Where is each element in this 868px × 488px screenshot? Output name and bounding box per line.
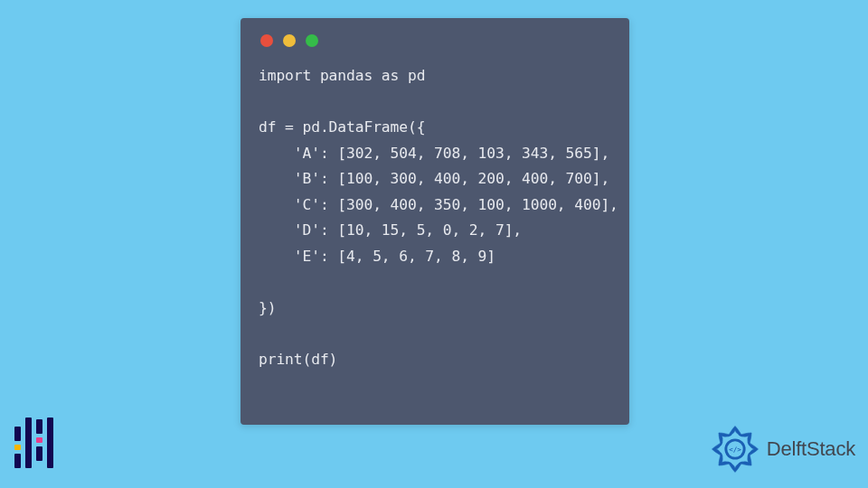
code-window: import pandas as pd df = pd.DataFrame({ … [241, 18, 629, 425]
brand-name: DelftStack [767, 437, 855, 461]
window-traffic-lights [260, 34, 611, 47]
minimize-icon[interactable] [283, 34, 296, 47]
svg-text:</>: </> [729, 446, 741, 454]
close-icon[interactable] [260, 34, 273, 47]
delftstack-brand: </> DelftStack [709, 423, 855, 475]
pandas-logo-icon [14, 418, 56, 470]
zoom-icon[interactable] [306, 34, 318, 47]
delftstack-logo-icon: </> [709, 423, 761, 475]
code-content: import pandas as pd df = pd.DataFrame({ … [259, 63, 611, 372]
